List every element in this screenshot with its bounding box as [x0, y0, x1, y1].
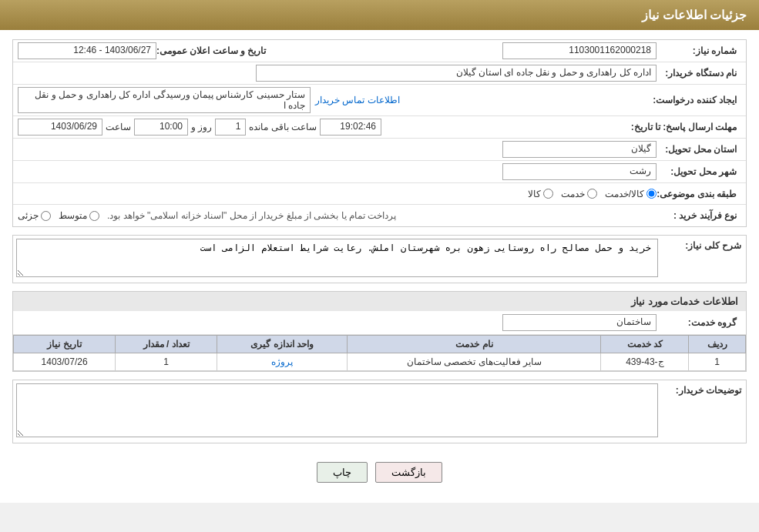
purchase-radio-motevaset[interactable]: متوسط — [59, 210, 99, 221]
cell-unit: پروژه — [217, 353, 348, 371]
province-label: استان محل تحویل: — [657, 144, 741, 155]
city-value: رشت — [502, 163, 657, 180]
purchase-label: نوع فرآیند خرید : — [657, 210, 741, 221]
services-title: اطلاعات خدمات مورد نیاز — [12, 291, 747, 311]
purchase-radio-motevaset-input[interactable] — [89, 211, 99, 221]
service-group-value: ساختمان — [502, 314, 657, 331]
service-group-label: گروه خدمت: — [657, 317, 741, 328]
creator-value: ستار حسینی کارشناس پیمان ورسیدگی اداره ک… — [18, 87, 311, 113]
row-purchase: نوع فرآیند خرید : جزئی متوسط پرداخت تمام… — [13, 205, 746, 226]
category-radio-khedmat-input[interactable] — [587, 189, 597, 199]
category-both-label: کالا/خدمت — [605, 189, 644, 199]
table-row: 1 ج-43-439 سایر فعالیت‌های تخصصی ساختمان… — [14, 353, 746, 371]
province-value-box: گیلان — [18, 141, 657, 158]
row-category: طبقه بندی موضوعی: کالا خدمت کالا/خدمت — [13, 183, 746, 205]
category-radio-kala-input[interactable] — [543, 189, 553, 199]
print-button[interactable]: چاپ — [317, 462, 368, 483]
category-radio-khedmat[interactable]: خدمت — [561, 189, 597, 199]
date-group: 1403/06/29 ساعت 10:00 روز و 1 ساعت باقی … — [18, 119, 631, 136]
description-row: شرح کلی نیاز: — [12, 235, 747, 283]
category-radio-both[interactable]: کالا/خدمت — [605, 189, 657, 199]
purchase-radio-jozii-input[interactable] — [41, 211, 51, 221]
cell-quantity: 1 — [116, 353, 217, 371]
footer-buttons: بازگشت چاپ — [12, 451, 747, 494]
time-value: 10:00 — [134, 119, 188, 136]
days-label: روز و — [191, 122, 212, 132]
date-value: 1403/06/29 — [18, 119, 102, 136]
category-radio-group: کالا خدمت کالا/خدمت — [528, 189, 657, 199]
category-label: طبقه بندی موضوعی: — [657, 189, 741, 199]
col-quantity: تعداد / مقدار — [116, 336, 217, 353]
need-number-value-box: 1103001162000218 — [281, 42, 657, 59]
cell-date: 1403/07/26 — [14, 353, 116, 371]
col-date: تاریخ نیاز — [14, 336, 116, 353]
back-button[interactable]: بازگشت — [375, 462, 442, 483]
purchase-radio-group: جزئی متوسط پرداخت تمام یا بخشی از مبلغ خ… — [18, 210, 657, 221]
city-value-box: رشت — [18, 163, 657, 180]
category-kala-label: کالا — [528, 189, 541, 199]
need-number-label: شماره نیاز: — [657, 45, 741, 56]
cell-service-code: ج-43-439 — [601, 353, 689, 371]
time-label: ساعت — [106, 122, 131, 132]
buyer-notes-value-box — [13, 380, 661, 443]
date-label: مهلت ارسال پاسخ: تا تاریخ: — [631, 122, 741, 132]
announce-label: تاریخ و ساعت اعلان عمومی: — [156, 45, 266, 56]
header-bar: جزئیات اطلاعات نیاز — [0, 0, 759, 30]
creator-value-box: ستار حسینی کارشناس پیمان ورسیدگی اداره ک… — [18, 87, 653, 113]
cell-service-name: سایر فعالیت‌های تخصصی ساختمان — [348, 353, 601, 371]
buyer-notes-textarea[interactable] — [16, 383, 658, 437]
buyer-notes-label: توضیحات خریدار: — [661, 380, 746, 400]
org-value: اداره کل راهداری و حمل و نقل جاده ای است… — [256, 65, 657, 82]
description-textarea[interactable] — [16, 239, 658, 277]
announce-value: 1403/06/27 - 12:46 — [18, 42, 156, 59]
buyer-notes-row: توضیحات خریدار: — [12, 380, 747, 443]
category-radio-kala[interactable]: کالا — [528, 189, 553, 199]
buyer-notes-section: توضیحات خریدار: — [12, 380, 747, 443]
row-date: مهلت ارسال پاسخ: تا تاریخ: 1403/06/29 سا… — [13, 116, 746, 139]
description-label: شرح کلی نیاز: — [661, 236, 746, 256]
remaining-label: ساعت باقی مانده — [249, 122, 317, 132]
services-section: اطلاعات خدمات مورد نیاز گروه خدمت: ساختم… — [12, 291, 747, 372]
row-province: استان محل تحویل: گیلان — [13, 139, 746, 161]
province-value: گیلان — [502, 141, 657, 158]
remaining-value: 19:02:46 — [320, 119, 381, 136]
org-label: نام دستگاه خریدار: — [657, 68, 741, 79]
purchase-jozii-label: جزئی — [18, 210, 39, 221]
page-wrapper: جزئیات اطلاعات نیاز شماره نیاز: 11030011… — [0, 0, 759, 503]
table-header-row: ردیف کد خدمت نام خدمت واحد اندازه گیری ت… — [14, 336, 746, 353]
service-group-row: گروه خدمت: ساختمان — [13, 311, 746, 335]
creator-label: ایجاد کننده درخواست: — [653, 95, 741, 105]
city-label: شهر محل تحویل: — [657, 166, 741, 177]
row-city: شهر محل تحویل: رشت — [13, 161, 746, 183]
purchase-motevaset-label: متوسط — [59, 210, 87, 221]
need-number-value: 1103001162000218 — [502, 42, 657, 59]
description-value-box — [13, 236, 661, 283]
days-value: 1 — [215, 119, 246, 136]
cell-row-num: 1 — [689, 353, 746, 371]
purchase-radio-jozii[interactable]: جزئی — [18, 210, 51, 221]
services-body: گروه خدمت: ساختمان ردیف کد خدمت نام خدمت… — [12, 311, 747, 372]
purchase-note: پرداخت تمام یا بخشی از مبلغ خریدار از مح… — [107, 210, 396, 221]
content-area: شماره نیاز: 1103001162000218 تاریخ و ساع… — [0, 30, 759, 503]
row-creator: ایجاد کننده درخواست: ستار حسینی کارشناس … — [13, 85, 746, 116]
row-need-number: شماره نیاز: 1103001162000218 تاریخ و ساع… — [13, 40, 746, 62]
org-value-box: اداره کل راهداری و حمل و نقل جاده ای است… — [18, 65, 657, 82]
info-section-top: شماره نیاز: 1103001162000218 تاریخ و ساع… — [12, 39, 747, 227]
category-radio-both-input[interactable] — [646, 189, 657, 199]
creator-contact-link[interactable]: اطلاعات تماس خریدار — [315, 95, 400, 105]
col-service-code: کد خدمت — [601, 336, 689, 353]
description-section: شرح کلی نیاز: — [12, 235, 747, 283]
page-title: جزئیات اطلاعات نیاز — [12, 8, 747, 22]
service-table-body: 1 ج-43-439 سایر فعالیت‌های تخصصی ساختمان… — [14, 353, 746, 371]
col-row-num: ردیف — [689, 336, 746, 353]
service-table: ردیف کد خدمت نام خدمت واحد اندازه گیری ت… — [13, 335, 746, 371]
row-org: نام دستگاه خریدار: اداره کل راهداری و حم… — [13, 62, 746, 85]
category-khedmat-label: خدمت — [561, 189, 585, 199]
col-service-name: نام خدمت — [348, 336, 601, 353]
col-unit: واحد اندازه گیری — [217, 336, 348, 353]
